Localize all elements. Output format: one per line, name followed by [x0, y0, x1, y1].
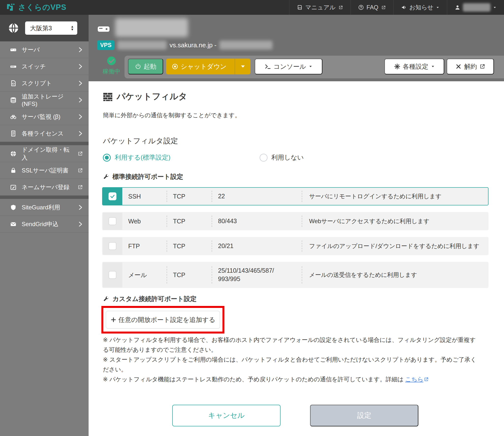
plus-icon — [110, 317, 116, 323]
external-link-icon — [338, 5, 343, 10]
sidebar-item-label: ドメイン取得・転入 — [22, 146, 72, 162]
caret-down-icon — [309, 65, 313, 68]
boot-button[interactable]: 起動 — [128, 59, 163, 74]
redacted-server-title — [115, 18, 188, 37]
book-icon — [297, 4, 303, 10]
port-checkbox[interactable] — [109, 242, 116, 250]
shutdown-dropdown-button[interactable] — [235, 59, 251, 74]
sidebar-item-サーバ監視 (β)[interactable]: サーバ監視 (β) — [0, 108, 89, 125]
question-icon — [358, 4, 364, 10]
firewall-brick-icon — [103, 92, 113, 101]
sidebar-item-label: ネームサーバ登録 — [22, 183, 72, 191]
envelope-icon — [9, 221, 17, 228]
console-button[interactable]: コンソール — [255, 59, 322, 74]
port-numbers: 80/443 — [212, 213, 302, 230]
cancel-contract-button[interactable]: 解約 — [447, 59, 494, 74]
form-actions: キャンセル 設定 — [89, 405, 504, 427]
sidebar-menu: サーバスイッチスクリプト追加ストレージ(NFS)サーバ監視 (β)各種ライセンス… — [0, 41, 89, 233]
port-protocol: TCP — [167, 237, 212, 255]
sidebar-item-SendGrid申込[interactable]: SendGrid申込 — [0, 216, 89, 233]
port-name: SSH — [122, 188, 167, 205]
sidebar-item-スクリプト[interactable]: スクリプト — [0, 75, 89, 92]
port-name: メール — [122, 262, 167, 287]
port-numbers: 20/21 — [212, 237, 302, 255]
header-menu-manual[interactable]: マニュアル — [289, 0, 350, 15]
domain-icon — [9, 150, 17, 157]
sidebar-item-各種ライセンス[interactable]: 各種ライセンス — [0, 125, 89, 142]
caret-down-icon — [431, 65, 435, 68]
region-select[interactable]: 大阪第3 ▲▼ — [25, 21, 77, 35]
header-menu-news[interactable]: お知らせ — [393, 0, 447, 15]
sakura-vps-console: さくらのVPS マニュアルFAQお知らせ 大阪第3 ▲▼ サーバスイッチスクリプ… — [0, 0, 504, 436]
header-menu-faq[interactable]: FAQ — [350, 0, 393, 15]
close-icon — [455, 63, 462, 70]
external-link-icon — [424, 377, 429, 382]
submit-settings-button[interactable]: 設定 — [310, 405, 418, 426]
add-custom-port-button[interactable]: 任意の開放ポート設定を追加する — [106, 311, 220, 329]
port-checkbox-cell — [103, 213, 122, 230]
port-checkbox[interactable] — [109, 271, 116, 279]
port-checkbox[interactable] — [109, 192, 116, 200]
port-description: メールの送受信をするために利用します — [302, 262, 488, 287]
chevron-right-icon — [76, 63, 84, 70]
sidebar-item-ドメイン取得・転入[interactable]: ドメイン取得・転入 — [0, 145, 89, 162]
redacted-account-name — [463, 3, 490, 12]
gear-icon — [394, 63, 400, 70]
ssl-lock-icon — [9, 167, 17, 174]
shutdown-button-group: シャットダウン — [166, 59, 251, 74]
server-unit-icon — [97, 23, 110, 35]
port-row-メール[interactable]: メールTCP25/110/143/465/587/993/995メールの送受信を… — [102, 262, 488, 288]
chevron-right-icon — [76, 130, 84, 137]
sidebar-item-label: スクリプト — [22, 79, 72, 87]
sidebar-item-label: 追加ストレージ(NFS) — [22, 93, 72, 107]
radio-no-filter[interactable] — [260, 154, 268, 162]
port-row-FTP[interactable]: FTPTCP20/21ファイルのアップロード/ダウンロードをするために利用します — [102, 237, 488, 255]
chevron-right-icon — [76, 97, 84, 103]
caret-down-icon — [240, 63, 246, 70]
sidebar-group-separator — [0, 196, 89, 199]
license-icon — [9, 130, 17, 137]
cancel-button[interactable]: キャンセル — [172, 405, 281, 426]
sidebar-item-追加ストレージ(NFS)[interactable]: 追加ストレージ(NFS) — [0, 92, 89, 108]
sidebar-item-label: スイッチ — [22, 63, 72, 70]
brand-text: さくらのVPS — [18, 2, 66, 13]
select-arrows-icon: ▲▼ — [71, 25, 74, 31]
radio-no-filter-label[interactable]: 利用しない — [271, 153, 304, 162]
sidebar-item-SiteGuard利用[interactable]: SiteGuard利用 — [0, 199, 89, 216]
shutdown-button[interactable]: シャットダウン — [166, 59, 232, 74]
sidebar-item-label: 各種ライセンス — [22, 130, 72, 137]
top-header: さくらのVPS マニュアルFAQお知らせ — [0, 0, 504, 15]
port-name: FTP — [122, 237, 167, 255]
sidebar-item-スイッチ[interactable]: スイッチ — [0, 58, 89, 75]
sidebar-item-label: SSLサーバ証明書 — [22, 167, 72, 174]
port-row-SSH[interactable]: SSHTCP22サーバにリモートログインするために利用します — [102, 187, 488, 205]
radio-use-filter-label[interactable]: 利用する(標準設定) — [115, 153, 171, 162]
port-description: サーバにリモートログインするために利用します — [302, 188, 488, 205]
filter-enable-radio-group: 利用する(標準設定) 利用しない — [103, 153, 304, 162]
page-description: 簡単に外部からの通信を制御することができます。 — [103, 111, 241, 119]
details-link[interactable]: こちら — [405, 376, 424, 383]
hostname-row: VPS vs.sakura.ne.jp - — [97, 40, 272, 50]
power-icon — [135, 63, 141, 70]
redacted-hostname-prefix — [117, 41, 167, 50]
user-icon — [455, 4, 460, 10]
chevron-right-icon — [76, 113, 84, 120]
port-numbers: 25/110/143/465/587/993/995 — [212, 262, 302, 287]
standard-ports-heading: 標準接続許可ポート設定 — [103, 172, 183, 181]
radio-use-filter[interactable] — [103, 154, 111, 162]
page-title: パケットフィルタ — [103, 91, 187, 102]
sidebar-item-SSLサーバ証明書[interactable]: SSLサーバ証明書 — [0, 162, 89, 179]
header-menu: マニュアルFAQお知らせ — [289, 0, 504, 15]
monitoring-icon — [9, 113, 17, 120]
header-menu-label: マニュアル — [305, 3, 335, 11]
header-menu-account[interactable] — [447, 0, 504, 15]
sidebar-item-サーバ[interactable]: サーバ — [0, 41, 89, 58]
port-checkbox[interactable] — [109, 217, 116, 225]
sidebar-item-ネームサーバ登録[interactable]: ネームサーバ登録 — [0, 179, 89, 196]
port-row-Web[interactable]: WebTCP80/443Webサーバにアクセスするために利用します — [102, 212, 488, 230]
port-protocol: TCP — [167, 262, 212, 287]
sakura-logo-icon — [5, 2, 15, 12]
settings-button[interactable]: 各種設定 — [384, 59, 444, 74]
script-icon — [9, 80, 17, 87]
external-link-icon — [76, 151, 84, 156]
